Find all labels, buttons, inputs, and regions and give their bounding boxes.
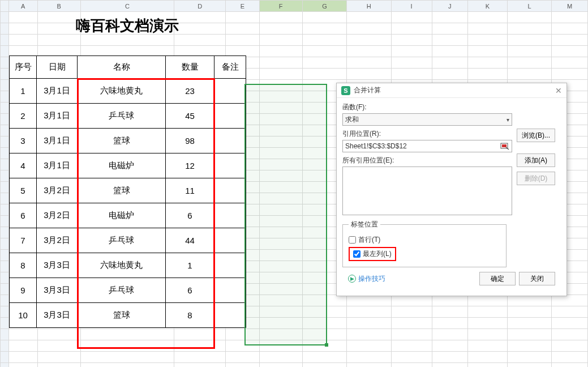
table-cell[interactable]: 6 (10, 203, 37, 228)
play-icon: ▶ (348, 275, 356, 283)
table-cell[interactable]: 6 (166, 278, 214, 303)
table-cell[interactable]: 乒乓球 (78, 228, 166, 253)
col-header-E[interactable]: E (226, 1, 259, 12)
close-icon[interactable]: ✕ (555, 86, 562, 95)
table-cell[interactable] (214, 228, 246, 253)
reference-value: Sheet1!$C$3:$D$12 (345, 142, 407, 150)
table-cell[interactable]: 1 (10, 79, 37, 104)
table-cell[interactable]: 2 (10, 104, 37, 129)
range-picker-icon[interactable] (500, 142, 509, 150)
col-header-J[interactable]: J (432, 1, 468, 12)
table-cell[interactable] (214, 253, 246, 278)
table-cell[interactable]: 11 (166, 178, 214, 203)
table-cell[interactable] (214, 129, 246, 153)
table-cell[interactable]: 9 (10, 278, 37, 303)
table-cell[interactable] (214, 278, 246, 303)
table-cell[interactable]: 3月3日 (37, 278, 78, 303)
reference-input[interactable]: Sheet1!$C$3:$D$12 (342, 140, 512, 152)
table-cell[interactable]: 44 (166, 228, 214, 253)
table-header: 日期 (37, 56, 78, 79)
col-header-M[interactable]: M (552, 1, 588, 12)
table-cell[interactable]: 3月1日 (37, 129, 78, 153)
table-cell[interactable] (214, 153, 246, 178)
table-row: 103月3日篮球8 (10, 303, 246, 328)
table-row: 43月1日电磁炉12 (10, 153, 246, 178)
left-col-label[interactable]: 最左列(L) (363, 249, 392, 259)
table-cell[interactable]: 3月1日 (37, 153, 78, 178)
table-row: 13月1日六味地黄丸23 (10, 79, 246, 104)
ok-button[interactable]: 确定 (479, 272, 516, 285)
table-cell[interactable] (214, 79, 246, 104)
table-cell[interactable]: 六味地黄丸 (78, 79, 166, 104)
table-cell[interactable]: 3月2日 (37, 178, 78, 203)
table-cell[interactable] (214, 203, 246, 228)
table-cell[interactable]: 3月2日 (37, 228, 78, 253)
browse-button[interactable]: 浏览(B)... (517, 129, 555, 142)
table-cell[interactable]: 电磁炉 (78, 203, 166, 228)
all-refs-label: 所有引用位置(E): (342, 156, 512, 165)
table-cell[interactable]: 6 (166, 203, 214, 228)
table-cell[interactable]: 7 (10, 228, 37, 253)
app-logo-icon: S (341, 86, 350, 95)
col-header-H[interactable]: H (347, 1, 391, 12)
table-cell[interactable]: 乒乓球 (78, 104, 166, 129)
top-row-checkbox[interactable] (349, 236, 356, 244)
table-header: 名称 (78, 56, 166, 79)
tips-link[interactable]: ▶ 操作技巧 (348, 274, 385, 284)
dialog-titlebar[interactable]: S 合并计算 ✕ (337, 83, 566, 98)
table-cell[interactable]: 3月3日 (37, 253, 78, 278)
top-row-label[interactable]: 首行(T) (358, 235, 380, 245)
table-cell[interactable]: 篮球 (78, 303, 166, 328)
consolidate-dialog: S 合并计算 ✕ 函数(F): 求和 ▾ 引用位置(R): Sheet1!$C$… (336, 83, 567, 296)
table-header: 备注 (214, 56, 246, 79)
table-row: 63月2日电磁炉6 (10, 203, 246, 228)
table-row: 83月3日六味地黄丸1 (10, 253, 246, 278)
table-row: 73月2日乒乓球44 (10, 228, 246, 253)
table-cell[interactable]: 23 (166, 79, 214, 104)
col-header-K[interactable]: K (468, 1, 508, 12)
table-cell[interactable]: 8 (10, 253, 37, 278)
col-header-G[interactable]: G (302, 1, 346, 12)
table-cell[interactable]: 8 (166, 303, 214, 328)
table-cell[interactable]: 3月1日 (37, 104, 78, 129)
table-cell[interactable]: 1 (166, 253, 214, 278)
table-cell[interactable] (214, 104, 246, 129)
table-header: 数量 (166, 56, 214, 79)
table-cell[interactable]: 10 (10, 303, 37, 328)
table-cell[interactable]: 98 (166, 129, 214, 153)
table-cell[interactable]: 篮球 (78, 178, 166, 203)
col-header-I[interactable]: I (391, 1, 432, 12)
table-cell[interactable]: 3 (10, 129, 37, 153)
table-cell[interactable]: 3月3日 (37, 303, 78, 328)
table-cell[interactable]: 45 (166, 104, 214, 129)
table-row: 23月1日乒乓球45 (10, 104, 246, 129)
label-position-legend: 标签位置 (349, 220, 380, 229)
table-row: 93月3日乒乓球6 (10, 278, 246, 303)
table-cell[interactable]: 篮球 (78, 129, 166, 153)
col-header-D[interactable]: D (174, 1, 226, 12)
table-cell[interactable] (214, 303, 246, 328)
table-row: 33月1日篮球98 (10, 129, 246, 153)
table-cell[interactable]: 12 (166, 153, 214, 178)
col-header-L[interactable]: L (507, 1, 551, 12)
col-header-A[interactable]: A (8, 1, 37, 12)
add-button[interactable]: 添加(A) (517, 153, 555, 167)
table-cell[interactable]: 六味地黄丸 (78, 253, 166, 278)
document-title: 嗨百科文档演示 (9, 16, 246, 36)
function-select[interactable]: 求和 ▾ (342, 113, 512, 126)
table-header: 序号 (10, 56, 37, 79)
chevron-down-icon: ▾ (507, 117, 509, 123)
table-cell[interactable]: 5 (10, 178, 37, 203)
col-header-B[interactable]: B (37, 1, 80, 12)
table-cell[interactable]: 乒乓球 (78, 278, 166, 303)
table-cell[interactable]: 电磁炉 (78, 153, 166, 178)
all-refs-list[interactable] (342, 167, 512, 215)
cancel-button[interactable]: 关闭 (519, 272, 555, 285)
table-cell[interactable] (214, 178, 246, 203)
table-cell[interactable]: 3月2日 (37, 203, 78, 228)
table-cell[interactable]: 3月1日 (37, 79, 78, 104)
col-header-C[interactable]: C (80, 1, 174, 12)
left-col-checkbox[interactable] (353, 250, 360, 258)
col-header-F[interactable]: F (259, 1, 302, 12)
table-cell[interactable]: 4 (10, 153, 37, 178)
